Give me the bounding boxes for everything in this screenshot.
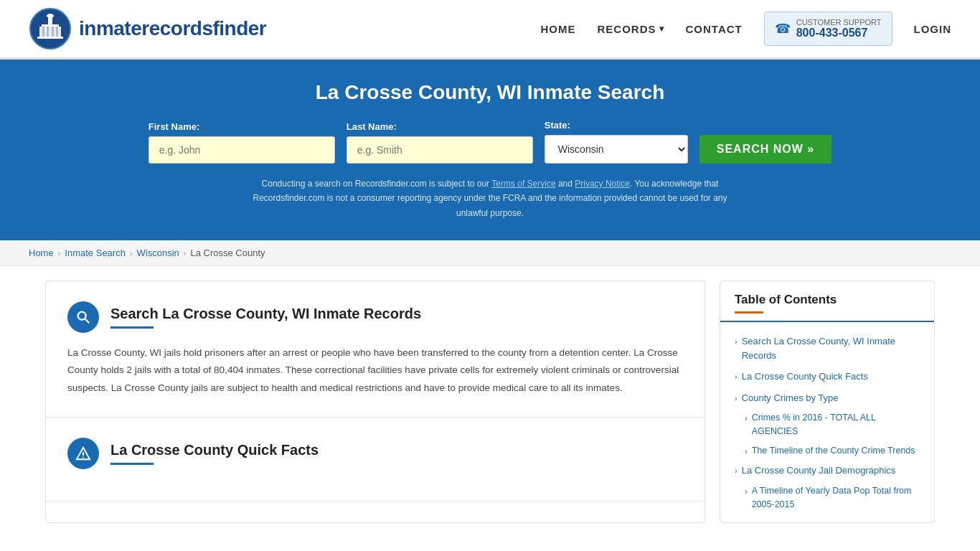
breadcrumb: Home › Inmate Search › Wisconsin › La Cr… [0,240,980,266]
nav-home[interactable]: HOME [540,23,575,35]
toc-sub-link-2[interactable]: › The Timeline of the County Crime Trend… [745,444,920,458]
breadcrumb-state[interactable]: Wisconsin [137,248,179,258]
support-info: CUSTOMER SUPPORT 800-433-0567 [796,18,882,39]
main-content: Search La Crosse County, WI Inmate Recor… [31,281,949,523]
toc-chevron-icon: › [745,446,748,458]
inmate-records-body: La Crosse County, WI jails hold prisoner… [67,344,683,397]
info-section-icon [67,438,99,469]
toc-sub-link-1[interactable]: › Crimes % in 2016 - TOTAL ALL AGENCIES [745,411,920,438]
state-group: State: Wisconsin Alabama Alaska Arizona [545,120,688,164]
toc-link-1[interactable]: › Search La Crosse County, WI Inmate Rec… [735,334,920,362]
logo-text: inmaterecordsfinder [79,17,266,40]
svg-point-2 [47,14,54,18]
section-header-inmate: Search La Crosse County, WI Inmate Recor… [67,301,683,333]
toc-chevron-icon: › [735,392,738,405]
hero-title: La Crosse County, WI Inmate Search [29,81,951,104]
hero-section: La Crosse County, WI Inmate Search First… [0,60,980,240]
phone-icon: ☎ [775,21,791,37]
search-form: First Name: Last Name: State: Wisconsin … [29,120,951,164]
search-icon [75,309,91,325]
toc-item-2: › La Crosse County Quick Facts [720,366,934,387]
section-title-block: Search La Crosse County, WI Inmate Recor… [110,306,421,329]
hero-disclaimer: Conducting a search on Recordsfinder.com… [246,176,734,220]
state-select[interactable]: Wisconsin Alabama Alaska Arizona [545,135,688,164]
toc-link-2[interactable]: › La Crosse County Quick Facts [735,369,920,384]
toc-box: Table of Contents › Search La Crosse Cou… [720,281,935,523]
quick-facts-title: La Crosse County Quick Facts [110,442,319,458]
info-icon [75,446,91,461]
toc-item-3: › County Crimes by Type [720,387,934,409]
toc-sub-link-3[interactable]: › A Timeline of Yearly Data Pop Total fr… [745,484,920,512]
content-area: Search La Crosse County, WI Inmate Recor… [45,281,705,523]
toc-chevron-icon: › [745,413,748,425]
svg-rect-5 [37,37,63,39]
toc-link-3[interactable]: › County Crimes by Type [735,391,920,405]
svg-rect-7 [47,27,49,37]
toc-item-4: › La Crosse County Jail Demographics [720,460,934,481]
tos-link[interactable]: Terms of Service [491,179,555,189]
svg-point-10 [78,312,86,320]
customer-support-box[interactable]: ☎ CUSTOMER SUPPORT 800-433-0567 [764,11,892,46]
toc-link-4[interactable]: › La Crosse County Jail Demographics [735,463,920,478]
section-header-quickfacts: La Crosse County Quick Facts [67,438,683,469]
svg-line-11 [85,319,90,324]
search-section-icon [67,301,99,333]
last-name-label: Last Name: [347,121,397,132]
svg-rect-3 [42,24,59,27]
breadcrumb-sep-1: › [58,249,61,258]
toc-subitem-2: › The Timeline of the County Crime Trend… [720,441,934,461]
toc-chevron-icon: › [745,486,748,498]
nav-login[interactable]: LOGIN [914,23,952,35]
main-nav: HOME RECORDS ▾ CONTACT ☎ CUSTOMER SUPPOR… [540,11,951,46]
site-header: inmaterecordsfinder HOME RECORDS ▾ CONTA… [0,0,980,60]
last-name-input[interactable] [347,136,533,164]
first-name-label: First Name: [149,121,200,132]
inmate-records-title: Search La Crosse County, WI Inmate Recor… [110,306,421,322]
privacy-link[interactable]: Privacy Notice [575,179,630,189]
search-button[interactable]: SEARCH NOW » [699,135,831,164]
chevron-down-icon: ▾ [659,24,664,34]
svg-point-14 [83,457,84,458]
nav-contact[interactable]: CONTACT [686,23,743,35]
toc-item-1: › Search La Crosse County, WI Inmate Rec… [720,331,934,366]
support-label: CUSTOMER SUPPORT [796,18,882,27]
title-underline-qf [110,463,154,465]
toc-chevron-icon: › [735,465,738,477]
first-name-input[interactable] [149,136,335,164]
svg-rect-8 [52,27,54,37]
state-label: State: [545,120,570,131]
quick-facts-section: La Crosse County Quick Facts [46,418,705,501]
breadcrumb-inmate-search[interactable]: Inmate Search [65,248,126,258]
toc-title: Table of Contents [735,293,920,307]
toc-chevron-icon: › [735,336,738,348]
toc-underline [735,311,763,314]
toc-chevron-icon: › [735,371,738,383]
last-name-group: Last Name: [347,121,533,164]
nav-records[interactable]: RECORDS ▾ [597,23,664,35]
toc-subitem-3: › A Timeline of Yearly Data Pop Total fr… [720,481,934,514]
breadcrumb-county: La Crosse County [191,248,265,258]
breadcrumb-home[interactable]: Home [29,248,54,258]
svg-rect-6 [42,27,44,37]
support-phone-number: 800-433-0567 [796,27,882,39]
section-title-block-qf: La Crosse County Quick Facts [110,442,319,465]
toc-list: › Search La Crosse County, WI Inmate Rec… [720,322,934,522]
toc-subitem-1: › Crimes % in 2016 - TOTAL ALL AGENCIES [720,408,934,441]
title-underline [110,326,154,329]
first-name-group: First Name: [149,121,335,164]
logo-icon [29,7,72,50]
breadcrumb-sep-2: › [130,249,133,258]
breadcrumb-sep-3: › [184,249,187,258]
sidebar: Table of Contents › Search La Crosse Cou… [720,281,935,523]
inmate-records-section: Search La Crosse County, WI Inmate Recor… [46,281,705,418]
svg-rect-9 [56,27,58,37]
toc-header: Table of Contents [720,281,934,322]
logo[interactable]: inmaterecordsfinder [29,7,266,50]
